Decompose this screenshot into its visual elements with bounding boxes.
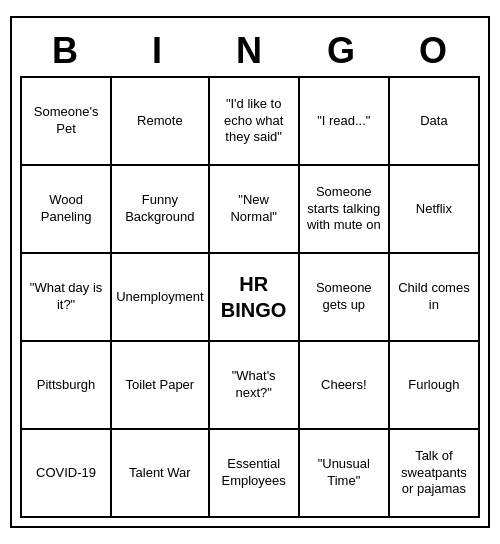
bingo-cell-text-12: HR BINGO: [214, 271, 294, 323]
bingo-cell-text-24: Talk of sweatpants or pajamas: [394, 448, 474, 499]
bingo-cell-text-19: Furlough: [408, 377, 459, 394]
bingo-cell-16[interactable]: Toilet Paper: [112, 342, 209, 430]
bingo-cell-text-20: COVID-19: [36, 465, 96, 482]
bingo-cell-13[interactable]: Someone gets up: [300, 254, 390, 342]
bingo-cell-21[interactable]: Talent War: [112, 430, 209, 518]
header-o: O: [388, 26, 480, 76]
bingo-cell-text-14: Child comes in: [394, 280, 474, 314]
bingo-cell-text-1: Remote: [137, 113, 183, 130]
bingo-cell-3[interactable]: "I read...": [300, 78, 390, 166]
bingo-cell-19[interactable]: Furlough: [390, 342, 480, 430]
bingo-cell-text-3: "I read...": [317, 113, 370, 130]
bingo-cell-text-22: Essential Employees: [214, 456, 294, 490]
bingo-header: B I N G O: [20, 26, 480, 76]
bingo-cell-text-18: Cheers!: [321, 377, 367, 394]
bingo-cell-text-21: Talent War: [129, 465, 191, 482]
bingo-cell-text-0: Someone's Pet: [26, 104, 106, 138]
bingo-cell-17[interactable]: "What's next?": [210, 342, 300, 430]
bingo-cell-text-8: Someone starts talking with mute on: [304, 184, 384, 235]
bingo-cell-text-16: Toilet Paper: [126, 377, 195, 394]
bingo-cell-23[interactable]: "Unusual Time": [300, 430, 390, 518]
bingo-cell-1[interactable]: Remote: [112, 78, 209, 166]
bingo-cell-text-15: Pittsburgh: [37, 377, 96, 394]
bingo-cell-14[interactable]: Child comes in: [390, 254, 480, 342]
bingo-cell-2[interactable]: "I'd like to echo what they said": [210, 78, 300, 166]
bingo-cell-6[interactable]: Funny Background: [112, 166, 209, 254]
bingo-cell-10[interactable]: "What day is it?": [22, 254, 112, 342]
bingo-cell-4[interactable]: Data: [390, 78, 480, 166]
bingo-cell-7[interactable]: "New Normal": [210, 166, 300, 254]
bingo-cell-text-11: Unemployment: [116, 289, 203, 306]
bingo-cell-text-17: "What's next?": [214, 368, 294, 402]
bingo-cell-22[interactable]: Essential Employees: [210, 430, 300, 518]
bingo-cell-5[interactable]: Wood Paneling: [22, 166, 112, 254]
header-g: G: [296, 26, 388, 76]
bingo-cell-0[interactable]: Someone's Pet: [22, 78, 112, 166]
bingo-cell-text-23: "Unusual Time": [304, 456, 384, 490]
bingo-cell-text-9: Netflix: [416, 201, 452, 218]
header-i: I: [112, 26, 204, 76]
bingo-cell-text-5: Wood Paneling: [26, 192, 106, 226]
header-b: B: [20, 26, 112, 76]
bingo-cell-text-7: "New Normal": [214, 192, 294, 226]
bingo-cell-12[interactable]: HR BINGO: [210, 254, 300, 342]
bingo-cell-9[interactable]: Netflix: [390, 166, 480, 254]
bingo-cell-24[interactable]: Talk of sweatpants or pajamas: [390, 430, 480, 518]
bingo-cell-15[interactable]: Pittsburgh: [22, 342, 112, 430]
bingo-cell-18[interactable]: Cheers!: [300, 342, 390, 430]
bingo-card: B I N G O Someone's PetRemote"I'd like t…: [10, 16, 490, 528]
bingo-cell-text-13: Someone gets up: [304, 280, 384, 314]
bingo-cell-text-4: Data: [420, 113, 447, 130]
bingo-cell-text-6: Funny Background: [116, 192, 203, 226]
header-n: N: [204, 26, 296, 76]
bingo-cell-text-2: "I'd like to echo what they said": [214, 96, 294, 147]
bingo-cell-8[interactable]: Someone starts talking with mute on: [300, 166, 390, 254]
bingo-grid: Someone's PetRemote"I'd like to echo wha…: [20, 76, 480, 518]
bingo-cell-11[interactable]: Unemployment: [112, 254, 209, 342]
bingo-cell-20[interactable]: COVID-19: [22, 430, 112, 518]
bingo-cell-text-10: "What day is it?": [26, 280, 106, 314]
